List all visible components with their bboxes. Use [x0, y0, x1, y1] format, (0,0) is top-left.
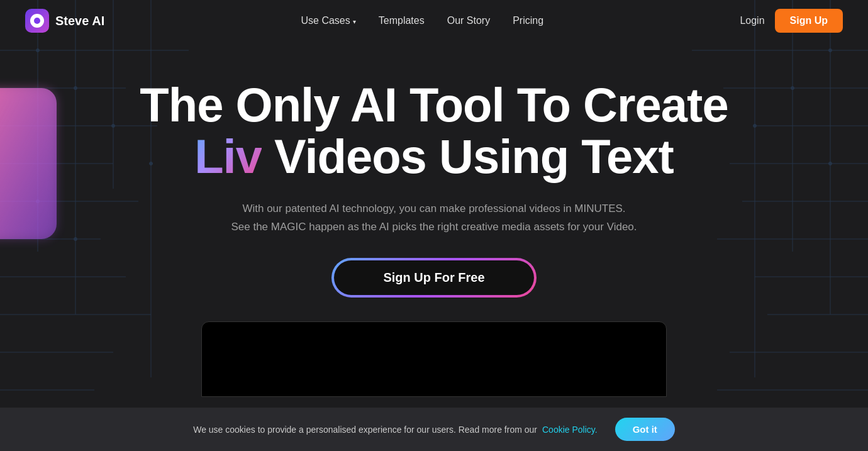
- brand-logo[interactable]: Steve AI: [25, 9, 104, 33]
- nav-pricing[interactable]: Pricing: [513, 15, 543, 26]
- cookie-text: We use cookies to provide a personalised…: [193, 425, 537, 435]
- nav-use-cases[interactable]: Use Cases ▾: [301, 15, 356, 26]
- cookie-accept-button[interactable]: Got it: [615, 418, 675, 441]
- logo-icon: [25, 9, 49, 33]
- signup-cta-button[interactable]: Sign Up For Free: [333, 259, 535, 296]
- nav-signup-button[interactable]: Sign Up: [775, 9, 843, 33]
- hero-title-liv: Liv: [194, 130, 262, 183]
- login-button[interactable]: Login: [740, 15, 764, 26]
- nav-our-story[interactable]: Our Story: [447, 15, 490, 26]
- hero-section: The Only AI Tool To Create Liv Videos Us…: [0, 42, 868, 296]
- hero-subtitle: With our patented AI technology, you can…: [13, 200, 855, 237]
- video-preview: [201, 321, 667, 397]
- chevron-down-icon: ▾: [353, 18, 356, 25]
- nav-actions: Login Sign Up: [740, 9, 843, 33]
- nav-templates[interactable]: Templates: [379, 15, 425, 26]
- navbar: Steve AI Use Cases ▾ Templates Our Story…: [0, 0, 868, 42]
- brand-name: Steve AI: [55, 14, 104, 28]
- hero-title: The Only AI Tool To Create Liv Videos Us…: [88, 79, 780, 182]
- cookie-banner: We use cookies to provide a personalised…: [0, 408, 868, 451]
- cookie-policy-link[interactable]: Cookie Policy.: [542, 425, 598, 435]
- nav-links: Use Cases ▾ Templates Our Story Pricing: [301, 15, 544, 26]
- cta-wrapper: Sign Up For Free: [13, 259, 855, 296]
